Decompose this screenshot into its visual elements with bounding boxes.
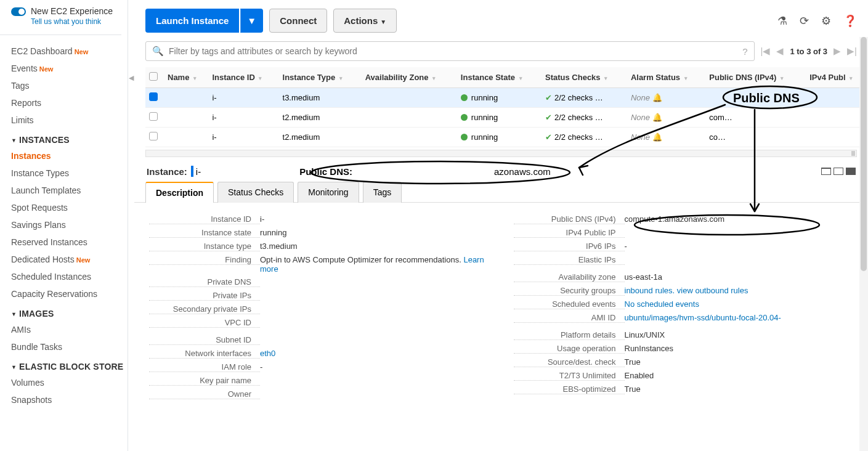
desc-link[interactable]: ubuntu/images/hvm-ssd/ubuntu-focal-20.04… (625, 313, 781, 322)
connect-button[interactable]: Connect (269, 9, 327, 33)
col-public-dns-ipv4-[interactable]: Public DNS (IPv4) ▾ (705, 67, 806, 88)
section-instances[interactable]: INSTANCES (11, 129, 128, 147)
desc-value (260, 304, 489, 314)
desc-row: IAM role- (149, 360, 489, 374)
sidebar-item-tags[interactable]: Tags (11, 77, 128, 94)
bell-icon[interactable]: 🔔 (652, 132, 662, 142)
sidebar-item-bundle-tasks[interactable]: Bundle Tasks (11, 338, 128, 356)
col-alarm-status[interactable]: Alarm Status ▾ (627, 67, 705, 88)
table-row[interactable]: i-t2.mediumrunning✔2/2 checks …None 🔔com… (145, 108, 868, 128)
search-box[interactable]: 🔍 ? (145, 41, 755, 61)
pager-last-icon[interactable]: ▶| (847, 46, 857, 57)
col-instance-state[interactable]: Instance State ▾ (457, 67, 541, 88)
desc-row: Subnet ID (149, 333, 489, 347)
detail-tabs: DescriptionStatus ChecksMonitoringTags (134, 182, 868, 203)
desc-link[interactable]: eth0 (260, 349, 275, 358)
bell-icon[interactable]: 🔔 (652, 113, 662, 122)
desc-row: Instance IDi- (149, 213, 489, 226)
pager-next-icon[interactable]: ▶ (834, 46, 841, 57)
desc-value: Linux/UNIX (625, 330, 854, 340)
col-instance-type[interactable]: Instance Type ▾ (279, 67, 362, 88)
sidebar-item-limits[interactable]: Limits (11, 112, 128, 129)
desc-value: i- (260, 214, 489, 224)
select-all-checkbox[interactable] (145, 67, 164, 88)
sidebar-item-volumes[interactable]: Volumes (11, 374, 128, 391)
desc-row: Instance typet3.medium (149, 240, 489, 253)
bell-icon[interactable]: 🔔 (652, 93, 662, 102)
desc-key: Finding (149, 255, 260, 265)
search-input[interactable] (169, 46, 742, 56)
toggle-icon[interactable] (11, 7, 26, 16)
desc-row: FindingOpt-in to AWS Compute Optimizer f… (149, 253, 489, 275)
launch-instance-button[interactable]: Launch Instance (145, 9, 239, 33)
sidebar-item-savings-plans[interactable]: Savings Plans (11, 216, 128, 234)
desc-row: IPv6 IPs- (514, 240, 854, 253)
search-icon: 🔍 (152, 46, 164, 57)
col-instance-id[interactable]: Instance ID ▾ (208, 67, 278, 88)
vertical-scrollbar[interactable] (859, 37, 868, 451)
col-availability-zone[interactable]: Availability Zone ▾ (362, 67, 457, 88)
sidebar-item-spot-requests[interactable]: Spot Requests (11, 199, 128, 216)
desc-row: Key pair name (149, 374, 489, 388)
horizontal-scrollbar[interactable] (145, 150, 857, 157)
sidebar-item-amis[interactable]: AMIs (11, 321, 128, 338)
public-dns-label: Public DNS: (299, 166, 352, 177)
pager-first-icon[interactable]: |◀ (761, 46, 771, 57)
row-checkbox[interactable] (149, 92, 158, 101)
sidebar-item-launch-templates[interactable]: Launch Templates (11, 182, 128, 199)
sidebar-item-reports[interactable]: Reports (11, 94, 128, 112)
desc-value (260, 277, 489, 287)
row-checkbox[interactable] (149, 112, 158, 121)
actions-button[interactable]: Actions▼ (333, 9, 397, 33)
layout-icons[interactable] (821, 168, 856, 175)
desc-value: us-east-1a (625, 272, 854, 282)
experiment-icon[interactable]: ⚗ (777, 14, 787, 28)
sidebar-item-ec2-dashboard[interactable]: EC2 DashboardNew (11, 43, 128, 60)
desc-key: EBS-optimized (514, 384, 625, 394)
desc-value: compute-1.amazonaws.com (625, 214, 854, 224)
sidebar-item-snapshots[interactable]: Snapshots (11, 391, 128, 408)
sidebar-item-scheduled-instances[interactable]: Scheduled Instances (11, 268, 128, 285)
desc-value (625, 255, 854, 265)
refresh-icon[interactable]: ⟳ (800, 14, 809, 28)
check-ok-icon: ✔ (545, 113, 552, 122)
section-images[interactable]: IMAGES (11, 303, 128, 321)
sidebar-item-instances[interactable]: Instances (11, 147, 128, 165)
new-exp-title: New EC2 Experience (31, 6, 113, 16)
col-ipv4-publ[interactable]: IPv4 Publ ▾ (806, 67, 868, 88)
sidebar-collapse[interactable]: ◀ (128, 0, 134, 451)
pager: |◀ ◀ 1 to 3 of 3 ▶ ▶| (761, 46, 858, 57)
section-ebs[interactable]: ELASTIC BLOCK STORE (11, 356, 128, 374)
sidebar-item-events[interactable]: EventsNew (11, 60, 128, 77)
desc-link[interactable]: No scheduled events (625, 299, 699, 309)
tab-description[interactable]: Description (145, 182, 214, 203)
gear-icon[interactable]: ⚙ (821, 14, 831, 28)
layout-full-icon[interactable] (846, 168, 856, 175)
layout-split-icon[interactable] (834, 168, 843, 175)
col-name[interactable]: Name ▾ (164, 67, 208, 88)
desc-value (260, 376, 489, 386)
layout-top-icon[interactable] (821, 168, 831, 175)
desc-row: VPC ID (149, 316, 489, 330)
desc-link[interactable]: Learn more (260, 255, 484, 274)
sidebar-item-capacity-reservations[interactable]: Capacity Reservations (11, 285, 128, 303)
col-status-checks[interactable]: Status Checks ▾ (541, 67, 627, 88)
search-help-icon[interactable]: ? (742, 46, 747, 57)
launch-dropdown-button[interactable]: ▼ (240, 9, 263, 33)
pager-prev-icon[interactable]: ◀ (776, 46, 784, 57)
desc-link[interactable]: inbound rules. view outbound rules (625, 286, 748, 295)
tab-monitoring[interactable]: Monitoring (298, 182, 359, 203)
sidebar-item-dedicated-hosts[interactable]: Dedicated HostsNew (11, 251, 128, 268)
sidebar-item-instance-types[interactable]: Instance Types (11, 165, 128, 182)
table-row[interactable]: i-t2.mediumrunning✔2/2 checks …None 🔔co… (145, 128, 868, 147)
row-checkbox[interactable] (149, 132, 158, 140)
new-exp-sub[interactable]: Tell us what you think (31, 17, 113, 26)
table-row[interactable]: i-t3.mediumrunning✔2/2 checks …None 🔔 (145, 88, 868, 108)
tab-tags[interactable]: Tags (363, 182, 402, 203)
tab-status-checks[interactable]: Status Checks (217, 182, 294, 203)
instances-table: Name ▾Instance ID ▾Instance Type ▾Availa… (134, 67, 868, 147)
help-icon[interactable]: ❓ (843, 14, 857, 28)
sidebar-item-reserved-instances[interactable]: Reserved Instances (11, 234, 128, 251)
status-dot-icon (461, 94, 468, 101)
separator-icon (191, 166, 193, 177)
